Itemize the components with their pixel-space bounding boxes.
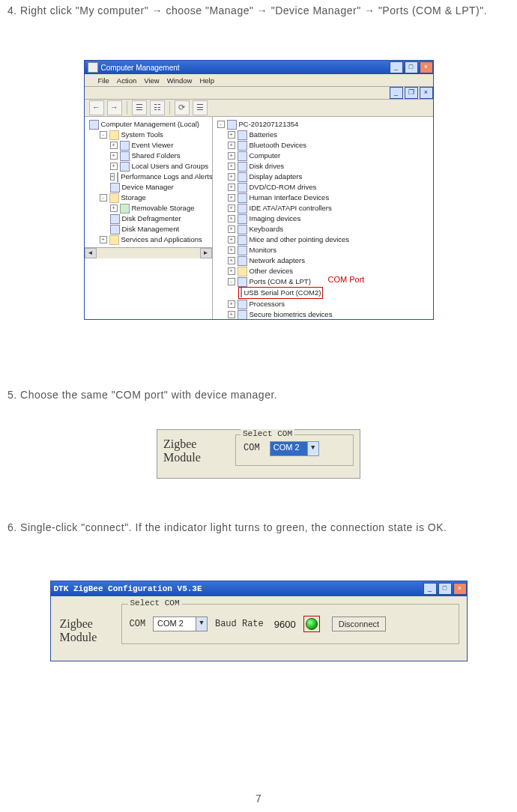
dev-dvd[interactable]: DVD/CD-ROM drives — [250, 182, 317, 193]
disconnect-button[interactable]: Disconnect — [332, 616, 386, 631]
baud-rate-value: 9600 — [274, 619, 296, 630]
select-com-legend: Select COM — [241, 429, 294, 438]
dev-imaging[interactable]: Imaging devices — [250, 213, 301, 224]
left-scrollbar[interactable]: ◄► — [85, 247, 212, 258]
com-label: COM — [244, 443, 260, 453]
zigbee-side-label: Zigbee Module — [157, 430, 229, 478]
menu-view[interactable]: View — [144, 76, 159, 85]
menu-file[interactable]: File — [98, 76, 109, 85]
dtk-zigbee-window: DTK ZigBee Configuration V5.3E _ □ × Zig… — [50, 581, 468, 661]
dtk-side-label: Zigbee Module — [55, 604, 121, 644]
mdi-restore[interactable]: ❐ — [405, 87, 418, 99]
dev-hid[interactable]: Human Interface Devices — [250, 193, 330, 203]
dtk-legend: Select COM — [128, 599, 182, 608]
zigbee-select-com-panel: Zigbee Module Select COM COM COM 2 ▼ — [157, 429, 360, 479]
dev-mice[interactable]: Mice and other pointing devices — [250, 234, 350, 245]
close-button[interactable]: × — [453, 583, 467, 595]
refresh-button[interactable]: ⟳ — [175, 100, 190, 115]
cm-left-tree: Computer Management (Local) -System Tool… — [85, 117, 213, 319]
close-button[interactable]: × — [420, 61, 433, 73]
tree-root[interactable]: Computer Management (Local) — [101, 119, 199, 130]
zigbee-label-2: Module — [163, 451, 223, 464]
chevron-down-icon[interactable]: ▼ — [196, 617, 207, 631]
dev-pc[interactable]: PC-201207121354 — [239, 119, 299, 130]
connection-status-frame — [303, 616, 320, 632]
toolbar-button[interactable]: ☰ — [193, 100, 208, 115]
dev-bluetooth[interactable]: Bluetooth Devices — [250, 140, 307, 151]
cm-title: Computer Management — [101, 64, 180, 72]
dev-biometrics[interactable]: Secure biometrics devices — [250, 309, 333, 319]
tree-shared-folders[interactable]: Shared Folders — [132, 151, 181, 161]
dtk-title: DTK ZigBee Configuration V5.3E — [54, 584, 202, 593]
tree-disk-mgmt[interactable]: Disk Management — [122, 224, 180, 234]
step-4-text: 4. Right click "My computer" → choose "M… — [0, 0, 517, 19]
tree-perf-logs[interactable]: Performance Logs and Alerts — [121, 172, 212, 182]
dev-usb-serial[interactable]: USB Serial Port (COM2) — [244, 288, 321, 297]
mdi-min[interactable]: _ — [390, 87, 403, 99]
dev-processors[interactable]: Processors — [250, 299, 285, 309]
dtk-com-label: COM — [130, 619, 146, 629]
dev-computer[interactable]: Computer — [250, 151, 281, 161]
back-button[interactable]: ← — [89, 100, 104, 115]
dev-network[interactable]: Network adapters — [250, 255, 305, 266]
status-led-icon — [306, 618, 318, 630]
dev-monitors[interactable]: Monitors — [250, 245, 276, 255]
menu-window[interactable]: Window — [167, 76, 193, 85]
com-port-annotation: COM Port — [328, 275, 365, 284]
fwd-button[interactable]: → — [107, 100, 122, 115]
menu-help[interactable]: Help — [199, 76, 214, 85]
zigbee-label-2: Module — [60, 631, 118, 644]
app-icon — [88, 62, 98, 73]
cm-menubar: File Action View Window Help — [85, 74, 433, 87]
zigbee-label-1: Zigbee — [163, 437, 223, 451]
tree-device-manager[interactable]: Device Manager — [122, 182, 174, 193]
tree-services[interactable]: Services and Applications — [121, 234, 202, 245]
step-6-text: 6. Single-click "connect". If the indica… — [0, 520, 517, 536]
menu-action[interactable]: Action — [117, 76, 136, 85]
maximize-button[interactable]: □ — [405, 61, 418, 73]
minimize-button[interactable]: _ — [390, 61, 403, 73]
dtk-titlebar: DTK ZigBee Configuration V5.3E _ □ × — [51, 581, 467, 596]
maximize-button[interactable]: □ — [438, 583, 452, 595]
tree-defrag[interactable]: Disk Defragmenter — [122, 213, 181, 224]
dev-other[interactable]: Other devices — [250, 266, 294, 276]
tree-system-tools[interactable]: System Tools — [121, 130, 163, 140]
tree-local-users[interactable]: Local Users and Groups — [132, 161, 208, 172]
zigbee-label-1: Zigbee — [60, 617, 118, 631]
com-value: COM 2 — [270, 442, 307, 455]
baud-rate-label: Baud Rate — [215, 619, 264, 629]
tree-storage[interactable]: Storage — [121, 193, 146, 203]
page-number: 7 — [0, 793, 517, 805]
dev-ide[interactable]: IDE ATA/ATAPI controllers — [250, 203, 332, 213]
tree-removable[interactable]: Removable Storage — [132, 203, 195, 213]
computer-management-window: Computer Management _ □ × File Action Vi… — [84, 60, 434, 320]
dev-disk[interactable]: Disk drives — [250, 161, 284, 172]
cm-right-tree: -PC-201207121354 +Batteries +Bluetooth D… — [213, 117, 433, 319]
dtk-com-value: COM 2 — [154, 617, 196, 631]
toolbar-button[interactable]: ☰ — [132, 100, 147, 115]
dtk-com-combobox[interactable]: COM 2 ▼ — [153, 616, 208, 631]
com-combobox[interactable]: COM 2 ▼ — [270, 441, 319, 456]
minimize-button[interactable]: _ — [423, 583, 437, 595]
select-com-fieldset: Select COM COM COM 2 ▼ — [235, 434, 354, 466]
dev-keyboards[interactable]: Keyboards — [250, 224, 283, 234]
step-5-text: 5. Choose the same "COM port" with devic… — [0, 387, 517, 403]
toolbar-button[interactable]: ☷ — [150, 100, 165, 115]
cm-toolbar: ← → ☰ ☷ ⟳ ☰ — [85, 100, 433, 117]
dev-batteries[interactable]: Batteries — [250, 130, 278, 140]
mdi-close[interactable]: × — [420, 87, 433, 99]
mdi-bar: _ ❐ × — [85, 87, 433, 100]
dtk-select-com-fieldset: Select COM COM COM 2 ▼ Baud Rate 9600 Di… — [121, 604, 459, 644]
chevron-down-icon[interactable]: ▼ — [307, 442, 318, 455]
tree-event-viewer[interactable]: Event Viewer — [132, 140, 174, 151]
cm-titlebar: Computer Management _ □ × — [85, 61, 433, 74]
dev-ports[interactable]: Ports (COM & LPT) — [250, 276, 311, 287]
dev-display[interactable]: Display adapters — [250, 172, 303, 182]
